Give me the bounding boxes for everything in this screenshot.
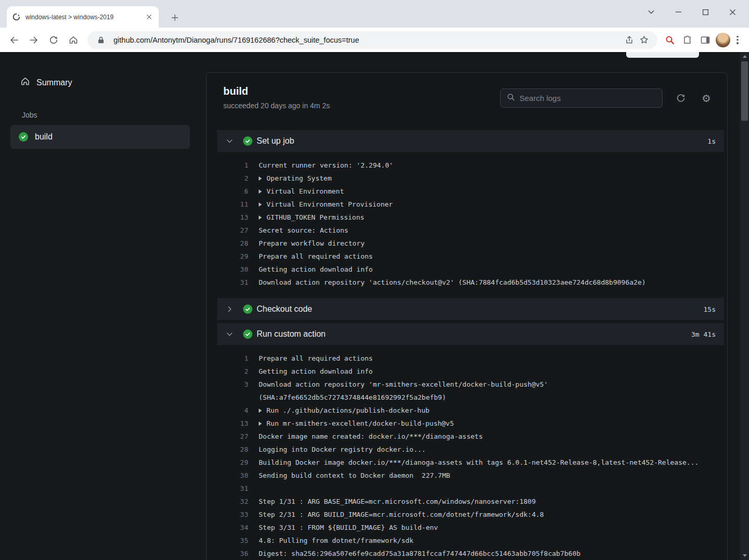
window-chevron-icon[interactable]: [638, 0, 665, 24]
line-text[interactable]: GITHUB_TOKEN Permissions: [259, 211, 364, 224]
actions-run-page: Summary Jobs build build succeeded 20 da…: [0, 52, 749, 560]
profile-avatar[interactable]: [716, 33, 730, 47]
line-text[interactable]: Operating System: [259, 172, 332, 185]
line-number[interactable]: 32: [217, 495, 248, 508]
chevron-down-icon: [225, 330, 234, 338]
line-number[interactable]: 29: [217, 456, 248, 469]
line-number[interactable]: 11: [217, 198, 248, 211]
line-number[interactable]: 13: [217, 211, 248, 224]
line-text: Current runner version: '2.294.0': [259, 159, 393, 172]
sidebar-item-summary[interactable]: Summary: [21, 77, 72, 88]
expand-group-icon[interactable]: [259, 202, 262, 207]
line-number[interactable]: 35: [217, 534, 248, 547]
browser-chrome: windows-latest > windows-2019: [0, 0, 749, 52]
success-check-icon: [243, 136, 252, 146]
line-number[interactable]: 30: [217, 469, 248, 482]
scrollbar-thumb[interactable]: [741, 61, 748, 121]
line-text[interactable]: Run ./.github/actions/publish-docker-hub: [259, 404, 429, 417]
line-number[interactable]: [217, 391, 248, 404]
scrollbar-up-arrow[interactable]: [740, 52, 749, 61]
line-number[interactable]: 2: [217, 172, 248, 185]
forward-button[interactable]: [24, 30, 44, 50]
line-number[interactable]: 28: [217, 237, 248, 250]
page-scrollbar[interactable]: [740, 52, 749, 560]
line-number[interactable]: 36: [217, 547, 248, 560]
line-number[interactable]: 27: [217, 224, 248, 237]
rerun-jobs-button-clipped[interactable]: [626, 52, 699, 58]
log-line: 31Download action repository 'actions/ch…: [217, 276, 724, 289]
url-text[interactable]: github.com/Antonytm/Dianoga/runs/7169162…: [113, 36, 622, 44]
line-number[interactable]: 6: [217, 185, 248, 198]
line-number[interactable]: 1: [217, 352, 248, 365]
sidebar-job-build[interactable]: build: [10, 125, 190, 149]
expand-group-icon[interactable]: [259, 215, 262, 220]
browser-tab[interactable]: windows-latest > windows-2019: [7, 6, 159, 28]
tab-title: windows-latest > windows-2019: [26, 14, 145, 21]
log-line: 33Step 2/31 : ARG BUILD_IMAGE=mcr.micros…: [217, 508, 724, 521]
expand-group-icon[interactable]: [259, 176, 262, 181]
line-text: Download action repository 'actions/chec…: [259, 276, 646, 289]
window-close-button[interactable]: [719, 0, 746, 24]
gear-settings-icon[interactable]: ⚙: [700, 92, 713, 105]
line-number[interactable]: 2: [217, 365, 248, 378]
line-number[interactable]: 34: [217, 521, 248, 534]
window-maximize-button[interactable]: [692, 0, 719, 24]
log-card: build succeeded 20 days ago in 4m 2s ⚙ S…: [206, 72, 728, 560]
home-button[interactable]: [64, 30, 83, 50]
line-number[interactable]: 28: [217, 443, 248, 456]
line-number[interactable]: 27: [217, 430, 248, 443]
lock-icon[interactable]: [94, 33, 108, 47]
line-number[interactable]: 4: [217, 404, 248, 417]
puzzle-extensions-icon[interactable]: [680, 33, 695, 47]
log-line: 28Logging into Docker registry docker.io…: [217, 443, 724, 456]
log-line: 3Download action repository 'mr-smithers…: [217, 378, 724, 391]
new-tab-button[interactable]: [168, 10, 182, 25]
line-text: Prepare workflow directory: [259, 237, 365, 250]
refresh-logs-button[interactable]: [674, 92, 688, 105]
bookmark-star-icon[interactable]: [637, 33, 651, 47]
tab-close-icon[interactable]: [145, 12, 154, 21]
home-summary-icon: [21, 77, 30, 88]
log-line: 28Prepare workflow directory: [217, 237, 724, 250]
back-button[interactable]: [4, 30, 24, 50]
line-text[interactable]: Virtual Environment Provisioner: [259, 198, 393, 211]
address-bar[interactable]: github.com/Antonytm/Dianoga/runs/7169162…: [87, 31, 657, 49]
reload-button[interactable]: [44, 30, 64, 50]
search-icon: [507, 93, 515, 103]
log-section-header[interactable]: Checkout code15s: [217, 298, 724, 320]
share-icon[interactable]: [622, 33, 637, 47]
search-extension-icon[interactable]: [663, 33, 677, 47]
log-line: 2Getting action download info: [217, 365, 724, 378]
line-number[interactable]: 33: [217, 508, 248, 521]
line-number[interactable]: 13: [217, 417, 248, 430]
side-panel-icon[interactable]: [698, 33, 713, 47]
line-text[interactable]: Virtual Environment: [259, 185, 344, 198]
log-card-header: build succeeded 20 days ago in 4m 2s ⚙: [207, 73, 727, 130]
search-logs-input[interactable]: [519, 94, 656, 103]
line-number[interactable]: 30: [217, 263, 248, 276]
section-duration: 15s: [704, 306, 716, 313]
line-text: Step 1/31 : ARG BASE_IMAGE=mcr.microsoft…: [259, 495, 536, 508]
expand-group-icon[interactable]: [259, 422, 262, 426]
section-duration: 3m 41s: [691, 330, 716, 338]
log-line: 1Current runner version: '2.294.0': [217, 159, 724, 172]
line-number[interactable]: 31: [217, 482, 248, 495]
line-number[interactable]: 31: [217, 276, 248, 289]
scrollbar-down-arrow[interactable]: [740, 551, 749, 560]
log-section-header[interactable]: Set up job1s: [217, 130, 724, 152]
log-line: 4Run ./.github/actions/publish-docker-hu…: [217, 404, 724, 417]
log-section-header[interactable]: Run custom action3m 41s: [217, 323, 724, 345]
line-text[interactable]: Run mr-smithers-excellent/docker-build-p…: [259, 417, 454, 430]
run-title: build: [223, 85, 248, 97]
line-number[interactable]: 1: [217, 159, 248, 172]
line-number[interactable]: 3: [217, 378, 248, 391]
window-minimize-button[interactable]: [665, 0, 692, 24]
expand-group-icon[interactable]: [259, 409, 262, 413]
line-number[interactable]: 29: [217, 250, 248, 263]
log-line: (SHA:a7fe6652db5c7274374844e81692992f5a2…: [217, 391, 724, 404]
expand-group-icon[interactable]: [259, 189, 262, 194]
browser-menu-icon[interactable]: [737, 36, 739, 44]
log-line: 31: [217, 482, 724, 495]
log-line: 29Building Docker image docker.io/***/di…: [217, 456, 724, 469]
line-text: Building Docker image docker.io/***/dian…: [259, 456, 699, 469]
